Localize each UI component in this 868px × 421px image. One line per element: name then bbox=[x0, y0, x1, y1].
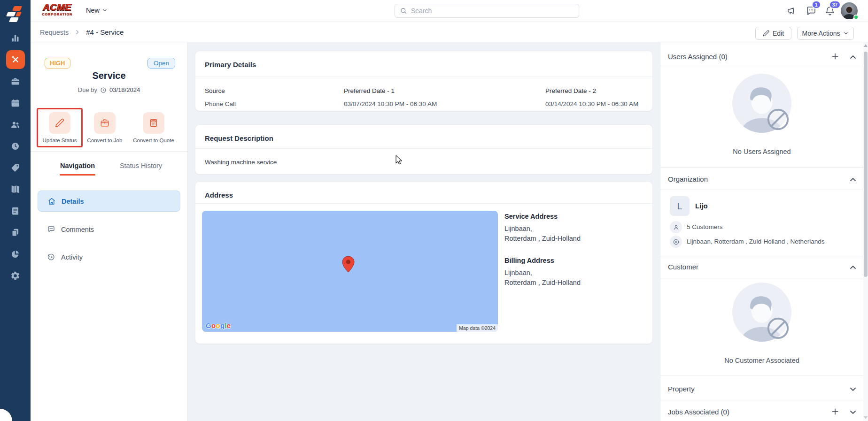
location-icon bbox=[673, 238, 680, 245]
card-title: Address bbox=[205, 191, 233, 199]
field-value: 03/14/2024 10:30 PM - 06:30 AM bbox=[545, 100, 638, 107]
vertical-scrollbar[interactable] bbox=[863, 42, 868, 421]
brand-name: ACME bbox=[37, 2, 78, 12]
acme-logo[interactable]: ACME CORPORATION bbox=[37, 2, 78, 16]
pencil-icon bbox=[763, 30, 769, 37]
announcements-button[interactable] bbox=[787, 5, 798, 16]
organization-address: Lijnbaan, Rotterdam , Zuid-Holland , Net… bbox=[687, 238, 824, 245]
sidebar-item-map[interactable] bbox=[0, 178, 31, 200]
chat-count-badge: 1 bbox=[812, 0, 821, 9]
divider bbox=[195, 203, 652, 204]
briefcase-icon bbox=[100, 118, 109, 128]
service-address-line: Lijnbaan, bbox=[504, 225, 532, 232]
new-menu-label: New bbox=[86, 7, 100, 14]
sidebar-item-settings[interactable] bbox=[0, 265, 31, 286]
clock-icon bbox=[10, 141, 20, 151]
nav-item-comments[interactable]: Comments bbox=[38, 219, 180, 240]
sidebar-item-invoices[interactable] bbox=[0, 200, 31, 222]
map-canvas[interactable]: Google Map data ©2024 bbox=[202, 211, 498, 332]
calendar-icon bbox=[10, 98, 20, 108]
sidebar-item-jobs[interactable] bbox=[0, 70, 31, 92]
nav-item-label: Activity bbox=[61, 253, 83, 261]
customer-title: Customer bbox=[668, 263, 698, 271]
breadcrumb-current: #4 - Service bbox=[86, 28, 124, 36]
address-card: Address Google Map data ©2024 Service Ad… bbox=[195, 181, 653, 344]
tab-status-history[interactable]: Status History bbox=[113, 162, 169, 169]
convert-to-quote-button[interactable]: Convert to Quote bbox=[124, 112, 183, 143]
field-preferred-date-2: Preferred Date - 2 03/14/2024 10:30 PM -… bbox=[545, 87, 638, 107]
due-date-row: Due by 03/18/2024 bbox=[31, 86, 187, 93]
search-icon bbox=[400, 7, 407, 15]
divider bbox=[660, 66, 863, 66]
page-header: Requests #4 - Service Edit More Actions bbox=[31, 22, 868, 42]
online-status-dot bbox=[853, 15, 859, 20]
organization-title: Organization bbox=[668, 175, 708, 183]
brand-subtitle: CORPORATION bbox=[37, 13, 78, 16]
search-input[interactable] bbox=[411, 7, 561, 15]
collapse-customer-button[interactable] bbox=[848, 263, 858, 272]
add-user-button[interactable] bbox=[830, 52, 840, 61]
update-status-button[interactable]: Update Status bbox=[35, 112, 84, 143]
google-logo[interactable]: Google bbox=[206, 321, 231, 329]
more-actions-label: More Actions bbox=[802, 30, 840, 37]
sidebar-item-tags[interactable] bbox=[0, 157, 31, 178]
card-title: Request Description bbox=[205, 134, 273, 142]
action-label: Convert to Quote bbox=[133, 138, 174, 143]
no-user-avatar bbox=[731, 73, 792, 134]
scroll-up-arrow-icon[interactable] bbox=[864, 44, 868, 47]
customers-count-icon-wrap bbox=[670, 221, 682, 233]
nav-item-activity[interactable]: Activity bbox=[38, 246, 180, 268]
request-title: Service bbox=[31, 70, 187, 81]
sidebar-item-calendar[interactable] bbox=[0, 92, 31, 114]
gear-icon bbox=[10, 271, 20, 281]
collapse-users-button[interactable] bbox=[848, 53, 858, 62]
chevron-down-icon bbox=[848, 407, 858, 417]
sidebar-item-requests[interactable] bbox=[0, 49, 31, 70]
field-label: Preferred Date - 1 bbox=[344, 87, 437, 94]
sidebar-item-reports[interactable] bbox=[0, 243, 31, 265]
scroll-down-arrow-icon[interactable] bbox=[864, 416, 868, 419]
expand-jobs-button[interactable] bbox=[848, 407, 858, 417]
more-actions-button[interactable]: More Actions bbox=[797, 27, 854, 40]
active-tab-underline bbox=[60, 174, 95, 176]
sidebar-item-documents[interactable] bbox=[0, 222, 31, 243]
expand-property-button[interactable] bbox=[848, 384, 858, 394]
breadcrumb: Requests #4 - Service bbox=[40, 28, 124, 36]
convert-to-job-button[interactable]: Convert to Job bbox=[80, 112, 129, 143]
edit-button[interactable]: Edit bbox=[755, 27, 791, 40]
sidebar-item-customers[interactable] bbox=[0, 114, 31, 135]
nav-item-details[interactable]: Details bbox=[38, 191, 180, 212]
divider bbox=[660, 375, 863, 376]
chevron-down-icon bbox=[843, 31, 849, 36]
divider bbox=[660, 278, 863, 278]
map-attribution: Map data ©2024 bbox=[457, 324, 498, 332]
organization-name[interactable]: Lijo bbox=[695, 202, 708, 210]
primary-details-card: Primary Details Source Phone Call Prefer… bbox=[195, 51, 653, 111]
sidebar-item-dashboard[interactable] bbox=[0, 27, 31, 49]
chevron-up-icon bbox=[848, 175, 858, 184]
organization-customers: 5 Customers bbox=[687, 223, 723, 230]
tab-navigation[interactable]: Navigation bbox=[56, 162, 99, 169]
divider bbox=[660, 400, 863, 400]
chevron-up-icon bbox=[848, 53, 858, 62]
pie-chart-icon bbox=[10, 249, 20, 259]
due-date-value: 03/18/2024 bbox=[109, 86, 140, 93]
collapse-organization-button[interactable] bbox=[848, 175, 858, 184]
organization-avatar[interactable]: L bbox=[670, 196, 690, 216]
pencil-icon bbox=[55, 118, 64, 128]
organization-location-icon-wrap bbox=[670, 236, 682, 248]
card-title: Primary Details bbox=[205, 61, 256, 69]
chevron-up-icon bbox=[848, 263, 858, 272]
add-job-button[interactable] bbox=[830, 407, 840, 416]
no-customer-text: No Customer Associated bbox=[660, 357, 863, 364]
sidebar-item-timesheets[interactable] bbox=[0, 135, 31, 157]
bar-chart-icon bbox=[10, 33, 20, 43]
field-label: Preferred Date - 2 bbox=[545, 87, 638, 94]
rounded-corner-decor bbox=[0, 409, 12, 421]
zuper-logo[interactable] bbox=[6, 5, 24, 23]
scrollbar-thumb[interactable] bbox=[864, 52, 868, 277]
breadcrumb-parent[interactable]: Requests bbox=[40, 29, 69, 36]
comment-icon bbox=[47, 225, 55, 234]
new-menu-button[interactable]: New bbox=[86, 7, 108, 14]
field-value: Phone Call bbox=[205, 100, 236, 107]
